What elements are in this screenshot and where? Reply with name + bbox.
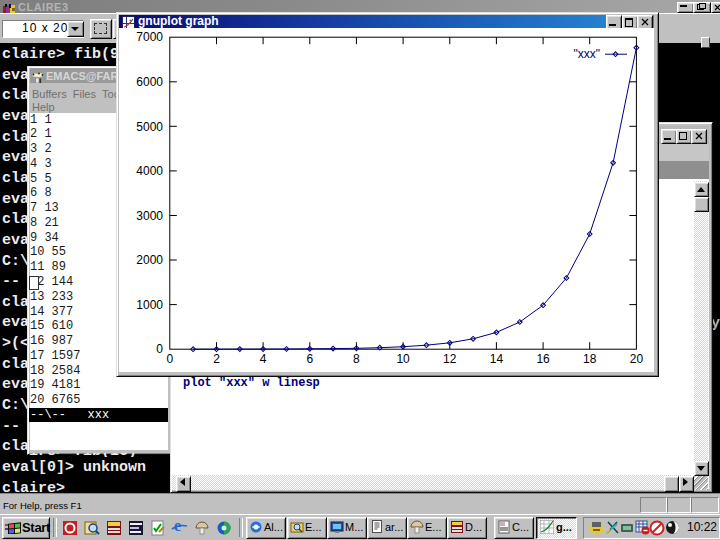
- svg-text:2: 2: [213, 352, 220, 366]
- svg-text:6000: 6000: [136, 75, 163, 89]
- svg-text:16: 16: [536, 352, 550, 366]
- svg-text:6: 6: [306, 352, 313, 366]
- svg-text:18: 18: [583, 352, 597, 366]
- svg-text:7000: 7000: [136, 30, 163, 44]
- svg-text:5000: 5000: [136, 120, 163, 134]
- svg-text:3000: 3000: [136, 209, 163, 223]
- svg-text:"xxx": "xxx": [573, 47, 600, 61]
- svg-text:10: 10: [396, 352, 410, 366]
- svg-text:0: 0: [166, 352, 173, 366]
- svg-text:12: 12: [443, 352, 457, 366]
- svg-text:8: 8: [353, 352, 360, 366]
- svg-text:4000: 4000: [136, 164, 163, 178]
- svg-text:4: 4: [260, 352, 267, 366]
- svg-text:0: 0: [156, 342, 163, 356]
- svg-text:14: 14: [490, 352, 504, 366]
- svg-text:20: 20: [630, 352, 644, 366]
- svg-text:1000: 1000: [136, 298, 163, 312]
- svg-text:2000: 2000: [136, 253, 163, 267]
